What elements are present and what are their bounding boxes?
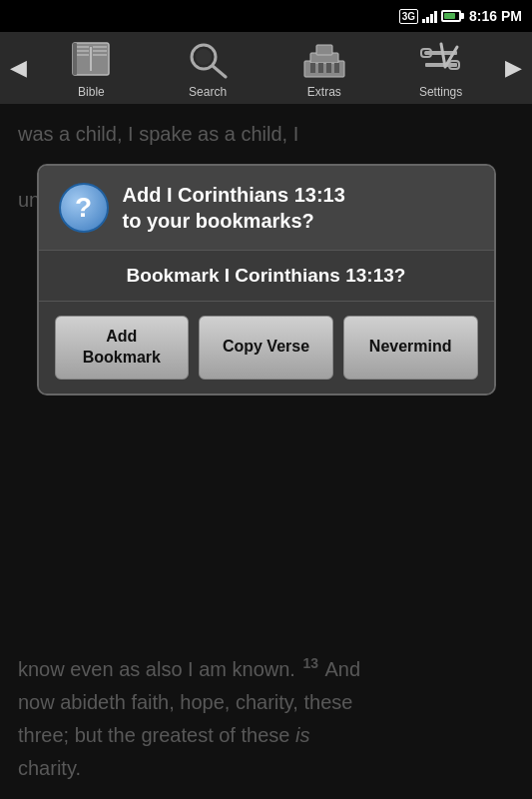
bible-icon (67, 37, 115, 81)
modal-overlay: ? Add I Corinthians 13:13 to your bookma… (0, 104, 532, 799)
modal-buttons: AddBookmark Copy Verse Nevermind (39, 302, 494, 394)
svg-rect-17 (326, 63, 331, 73)
signal-3g-icon: 3G (399, 9, 418, 24)
svg-point-10 (196, 49, 212, 65)
tab-search[interactable]: Search (184, 37, 232, 99)
svg-rect-14 (316, 45, 332, 55)
nav-bar: ◀ Bible (0, 32, 532, 104)
modal-body: Bookmark I Corinthians 13:13? (39, 251, 494, 302)
tab-bible[interactable]: Bible (67, 37, 115, 99)
tab-settings-label: Settings (419, 85, 462, 99)
tab-bible-label: Bible (78, 85, 105, 99)
signal-bars-icon (422, 9, 437, 23)
search-icon (184, 37, 232, 81)
tab-search-label: Search (189, 85, 227, 99)
nav-tabs: Bible Search (33, 37, 499, 99)
tab-extras[interactable]: Extras (300, 37, 348, 99)
nav-right-arrow[interactable]: ▶ (499, 55, 528, 81)
tab-settings[interactable]: Settings (417, 37, 465, 99)
tab-extras-label: Extras (307, 85, 341, 99)
nav-left-arrow[interactable]: ◀ (4, 55, 33, 81)
svg-point-24 (452, 63, 456, 67)
svg-line-11 (213, 66, 226, 77)
status-icons: 3G 8:16 PM (399, 8, 522, 24)
modal-header: ? Add I Corinthians 13:13 to your bookma… (39, 166, 494, 251)
battery-icon (441, 10, 461, 22)
svg-rect-15 (310, 63, 315, 73)
svg-rect-18 (334, 63, 339, 73)
time-display: 8:16 PM (469, 8, 522, 24)
svg-rect-1 (73, 43, 77, 75)
question-icon: ? (59, 183, 109, 233)
add-bookmark-button[interactable]: AddBookmark (55, 316, 190, 380)
copy-verse-button[interactable]: Copy Verse (199, 316, 333, 380)
svg-point-21 (424, 51, 428, 55)
status-bar: 3G 8:16 PM (0, 0, 532, 32)
modal-message: Bookmark I Corinthians 13:13? (59, 265, 474, 287)
content-area: was a child, I spake as a child, I under… (0, 104, 532, 799)
modal-dialog: ? Add I Corinthians 13:13 to your bookma… (37, 164, 496, 396)
nevermind-button[interactable]: Nevermind (343, 316, 478, 380)
settings-icon (417, 37, 465, 81)
extras-icon (300, 37, 348, 81)
svg-rect-16 (318, 63, 323, 73)
modal-title: Add I Corinthians 13:13 to your bookmark… (123, 182, 345, 234)
